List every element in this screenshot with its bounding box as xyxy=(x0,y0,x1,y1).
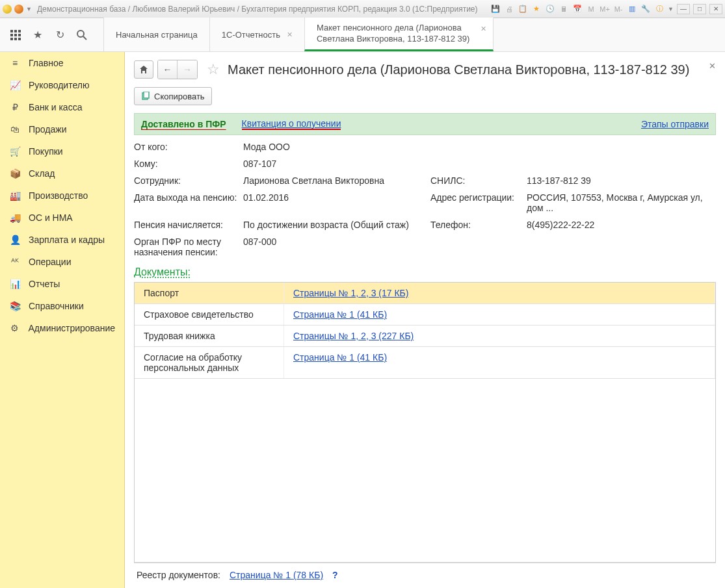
sidebar-item-reports[interactable]: 📊Отчеты xyxy=(0,273,124,295)
dropdown-chevron-icon[interactable]: ▼ xyxy=(26,6,32,12)
receipt-link[interactable]: Квитанция о получении xyxy=(242,118,341,130)
from-value: Мода ООО xyxy=(243,142,425,152)
sidebar-label: Покупки xyxy=(29,146,63,157)
sidebar-item-main[interactable]: ≡Главное xyxy=(0,52,124,74)
maximize-button[interactable]: □ xyxy=(693,4,706,14)
sidebar-item-manager[interactable]: 📈Руководителю xyxy=(0,74,124,96)
info-chevron-icon[interactable]: ▼ xyxy=(668,6,674,12)
doc-link[interactable]: Страница № 1 (41 КБ) xyxy=(293,352,387,363)
copy-label: Скопировать xyxy=(154,92,205,101)
box-icon: 📦 xyxy=(9,168,21,179)
tab-close-icon[interactable]: ✕ xyxy=(481,24,486,33)
tab-reporting[interactable]: 1С-Отчетность ✕ xyxy=(209,18,305,51)
search-icon[interactable] xyxy=(75,29,88,42)
svg-rect-2 xyxy=(18,30,21,32)
app-dropdown-icon[interactable] xyxy=(14,5,23,14)
favorite-star-icon[interactable]: ☆ xyxy=(207,61,220,78)
sidebar-label: Отчеты xyxy=(29,279,60,289)
m-icon[interactable]: M xyxy=(586,4,596,14)
back-button[interactable]: ← xyxy=(158,60,178,79)
doc-link[interactable]: Страница № 1 (41 КБ) xyxy=(293,309,387,320)
window-title: Демонстрационная база / Любимов Валерий … xyxy=(37,5,478,14)
table-row[interactable]: Паспорт Страницы № 1, 2, 3 (17 КБ) xyxy=(135,283,715,304)
home-button[interactable] xyxy=(134,60,153,79)
doc-name: Страховое свидетельство xyxy=(135,304,284,325)
doc-link[interactable]: Страницы № 1, 2, 3 (227 КБ) xyxy=(293,331,414,341)
tab-label: Начальная страница xyxy=(116,30,198,40)
truck-icon: 🚚 xyxy=(9,212,21,224)
star-outline-icon[interactable]: ★ xyxy=(31,29,44,42)
content-toolbar: ← → ☆ Макет пенсионного дела (Ларионова … xyxy=(134,60,716,79)
sidebar-item-sales[interactable]: 🛍Продажи xyxy=(0,118,124,140)
calendar-icon[interactable]: 📅 xyxy=(572,4,583,14)
tools-icon[interactable]: 🔧 xyxy=(640,4,651,14)
content-area: ✕ ← → ☆ Макет пенсионного дела (Ларионов… xyxy=(125,52,725,588)
forward-button[interactable]: → xyxy=(178,60,197,79)
stages-link[interactable]: Этапы отправки xyxy=(641,119,709,129)
toolbar-left: ★ ↻ xyxy=(0,18,104,51)
address-value: РОССИЯ, 107553, Москва г, Амурская ул, д… xyxy=(527,192,716,213)
pfr-org-label: Орган ПФР по месту назначения пенсии: xyxy=(134,236,238,257)
history-icon[interactable]: ↻ xyxy=(53,29,66,42)
help-link[interactable]: ? xyxy=(332,570,338,580)
svg-rect-0 xyxy=(10,30,13,32)
sidebar-item-operations[interactable]: ᴬᴷОперации xyxy=(0,251,124,273)
snils-label: СНИЛС: xyxy=(430,175,521,186)
doc-link[interactable]: Страницы № 1, 2, 3 (17 КБ) xyxy=(293,288,408,298)
m-minus-icon[interactable]: M- xyxy=(613,4,624,14)
doc-name: Трудовая книжка xyxy=(135,326,284,346)
sidebar-item-purchases[interactable]: 🛒Покупки xyxy=(0,140,124,162)
sidebar-item-assets[interactable]: 🚚ОС и НМА xyxy=(0,207,124,229)
tab-pension-case[interactable]: Макет пенсионного дела (Ларионова Светла… xyxy=(304,18,494,51)
info-icon[interactable]: ⓘ xyxy=(654,4,665,14)
table-row[interactable]: Страховое свидетельство Страница № 1 (41… xyxy=(135,304,715,326)
svg-rect-4 xyxy=(14,34,17,36)
registry-label: Реестр документов: xyxy=(137,570,220,580)
tab-start-page[interactable]: Начальная страница xyxy=(103,18,210,51)
status-bar: Доставлено в ПФР Квитанция о получении Э… xyxy=(134,113,716,135)
sidebar-item-admin[interactable]: ⚙Администрирование xyxy=(0,317,124,339)
sidebar-label: Склад xyxy=(29,168,55,179)
m-plus-icon[interactable]: M+ xyxy=(600,4,610,14)
tab-label-line1: Макет пенсионного дела (Ларионова xyxy=(317,23,462,34)
copy-button[interactable]: Скопировать xyxy=(134,87,212,105)
sidebar-item-production[interactable]: 🏭Производство xyxy=(0,185,124,207)
svg-rect-8 xyxy=(18,38,21,40)
registry-link[interactable]: Страница № 1 (78 КБ) xyxy=(230,570,323,580)
close-window-button[interactable]: ✕ xyxy=(709,4,722,14)
star-icon[interactable]: ★ xyxy=(531,4,542,14)
panels-icon[interactable]: ▥ xyxy=(627,4,637,14)
tab-close-icon[interactable]: ✕ xyxy=(287,31,293,39)
bag-icon: 🛍 xyxy=(9,123,21,135)
employee-value: Ларионова Светлана Викторовна xyxy=(243,175,425,186)
close-page-icon[interactable]: ✕ xyxy=(709,61,716,71)
minimize-button[interactable]: — xyxy=(677,4,690,14)
sidebar-label: Зарплата и кадры xyxy=(29,235,105,245)
clipboard-icon[interactable]: 📋 xyxy=(518,4,528,14)
cart-icon: 🛒 xyxy=(9,146,21,157)
ops-icon: ᴬᴷ xyxy=(9,256,21,268)
pension-date-value: 01.02.2016 xyxy=(243,192,425,203)
book-icon: 📚 xyxy=(9,300,21,312)
pension-calc-label: Пенсия начисляется: xyxy=(134,220,238,230)
sidebar-item-payroll[interactable]: 👤Зарплата и кадры xyxy=(0,229,124,251)
clock-icon[interactable]: 🕓 xyxy=(545,4,555,14)
sidebar-item-bank[interactable]: ₽Банк и касса xyxy=(0,96,124,118)
print-icon[interactable]: 🖨 xyxy=(504,4,514,14)
calc-icon[interactable]: 🖩 xyxy=(559,4,569,14)
svg-rect-5 xyxy=(18,34,21,36)
table-row[interactable]: Трудовая книжка Страницы № 1, 2, 3 (227 … xyxy=(135,326,715,347)
sidebar-label: Продажи xyxy=(29,124,66,134)
sidebar-label: Операции xyxy=(29,257,72,267)
save-icon[interactable]: 💾 xyxy=(490,4,501,14)
snils-value: 113-187-812 39 xyxy=(527,175,716,186)
apps-icon[interactable] xyxy=(9,29,22,42)
ruble-icon: ₽ xyxy=(9,101,21,113)
to-value: 087-107 xyxy=(243,159,425,169)
table-row[interactable]: Согласие на обработку персональных данны… xyxy=(135,347,715,379)
tab-label-line2: Светлана Викторовна, 113-187-812 39) xyxy=(317,34,469,45)
sidebar-item-warehouse[interactable]: 📦Склад xyxy=(0,162,124,185)
window-titlebar: ▼ Демонстрационная база / Любимов Валери… xyxy=(0,0,725,18)
svg-rect-12 xyxy=(144,92,149,98)
sidebar-item-references[interactable]: 📚Справочники xyxy=(0,295,124,317)
